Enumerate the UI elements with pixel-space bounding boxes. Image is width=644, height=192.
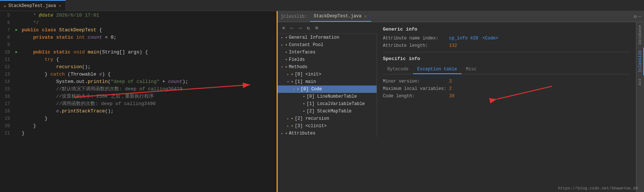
- tree-label-methods: Methods: [289, 64, 307, 70]
- editor-panel: 5 * @date 2020/6/10 17:01 6 */ 7 ▶: [0, 11, 278, 192]
- jclasslib-panel: jclasslib: StackDeepTest.java ✕ ⚙ — ✕ ← …: [278, 11, 644, 192]
- line-content-19: }: [20, 115, 277, 122]
- max-local-label: Maximum local variables:: [383, 86, 449, 91]
- footer-url: https://blog.csdn.net/ShawnYue_08: [558, 186, 638, 191]
- tree-constant[interactable]: ▸ ▪ Constant Pool: [278, 41, 377, 49]
- jclasslib-content: ✕ ← → ↻ ⊙ ▸ ▪ General Information: [278, 22, 644, 192]
- forward-btn[interactable]: →: [297, 24, 303, 32]
- file-icon-interfaces: ▪: [285, 50, 288, 55]
- line-content-12: recursion();: [20, 63, 277, 71]
- folder-icon-general: ▪: [285, 35, 288, 40]
- code-line-18: 18 e.printStackTrace();: [0, 108, 277, 115]
- code-line-20: 20 }: [0, 122, 277, 130]
- sidebar-tab-database[interactable]: Database: [636, 22, 644, 48]
- code-line-8: 8 private static int count = 0;: [0, 34, 277, 41]
- main-content: 5 * @date 2020/6/10 17:01 6 */ 7 ▶: [0, 11, 644, 192]
- tree-arrow-recursion: ▸: [285, 116, 291, 121]
- line-content-11: try {: [20, 56, 277, 63]
- tree-clinit[interactable]: ▸ ▪ [3] <clinit>: [278, 122, 377, 130]
- line-num-13: 13: [0, 71, 13, 78]
- tree-recursion[interactable]: ▸ ▪ [2] recursion: [278, 115, 377, 122]
- java-file-icon: ☕: [4, 3, 6, 8]
- gutter-7[interactable]: ▶: [13, 27, 20, 34]
- code-line-10: 10 ▶ public static void main(String[] ar…: [0, 49, 277, 56]
- settings-icons: ⚙ —: [634, 14, 641, 20]
- attribute-name-label: Attribute name index:: [383, 36, 449, 41]
- attribute-length-label: Attribute length:: [383, 43, 449, 48]
- tree-attributes[interactable]: ▸ ▪ Attributes: [278, 130, 377, 137]
- close-btn[interactable]: ✕: [281, 24, 287, 32]
- max-local-row: Maximum local variables: 2: [383, 86, 630, 91]
- generic-info-title: Generic info: [383, 27, 630, 32]
- tab-exception-table[interactable]: Exception table: [413, 65, 462, 74]
- tree-methods[interactable]: ▾ ▪ Methods: [278, 63, 377, 71]
- line-num-15: 15: [0, 85, 13, 93]
- tree-general[interactable]: ▸ ▪ General Information: [278, 34, 377, 41]
- line-num-12: 12: [0, 63, 13, 71]
- settings-icon[interactable]: ⚙: [634, 14, 637, 20]
- tree-code[interactable]: ▾ ▪ [0] Code: [278, 85, 377, 93]
- gutter-10[interactable]: ▶: [13, 49, 20, 56]
- line-content-10: public static void main(String[] args) {: [20, 49, 277, 56]
- line-content-6: */: [20, 19, 277, 27]
- code-length-value: 39: [449, 94, 454, 99]
- editor-tab-label: StackDeepTest.java: [8, 3, 56, 8]
- back-btn[interactable]: ←: [289, 24, 295, 32]
- sidebar-tab-jclasslib[interactable]: jclasslib: [636, 48, 644, 75]
- attribute-length-row: Attribute length: 132: [383, 43, 630, 48]
- folder-icon-code: ▪: [297, 87, 299, 91]
- code-line-21: 21 }: [0, 130, 277, 137]
- tree-stackmap[interactable]: ▸ ▪ [2] StackMapTable: [278, 108, 377, 115]
- tree-label-attributes: Attributes: [289, 131, 316, 136]
- line-content-21: }: [20, 130, 277, 137]
- code-line-7: 7 ▶ public class StackDeepTest {: [0, 27, 277, 34]
- tree-arrow-methods: ▾: [279, 65, 285, 69]
- line-content-9: [20, 41, 277, 49]
- minor-version-label: Minor version:: [383, 79, 449, 84]
- editor-tab[interactable]: ☕ StackDeepTest.java ✕: [0, 0, 66, 11]
- minimize-icon[interactable]: —: [638, 14, 641, 20]
- folder-icon-recursion: ▪: [291, 116, 293, 121]
- tree-localvar[interactable]: ▸ ▪ [1] LocalVariableTable: [278, 100, 377, 108]
- info-tab-group: Bytecode Exception table Misc: [383, 65, 630, 74]
- tree-arrow-code: ▾: [291, 87, 297, 91]
- toolbar: ✕ ← → ↻ ⊙: [278, 22, 377, 34]
- line-num-8: 8: [0, 34, 13, 41]
- globe-btn[interactable]: ⊙: [314, 24, 320, 32]
- tree-interfaces[interactable]: ▸ ▪ Interfaces: [278, 49, 377, 56]
- line-content-16: //设置栈的大小: 256k 之后，重新执行程序: [20, 93, 277, 100]
- tree-arrow-init: ▸: [285, 72, 291, 77]
- right-sidebar: Database jclasslib Ant: [636, 22, 644, 192]
- line-content-20: }: [20, 122, 277, 130]
- cp-info-link[interactable]: cp_info #20: [449, 36, 478, 41]
- line-content-13: } catch (Throwable e) {: [20, 71, 277, 78]
- sidebar-tab-ant[interactable]: Ant: [636, 75, 644, 88]
- max-local-value: 2: [449, 86, 452, 91]
- attribute-name-value: cp_info #20 <Code>: [449, 36, 498, 41]
- tree-fields[interactable]: ▸ ▪ Fields: [278, 56, 377, 63]
- tree-linenumber[interactable]: ▸ ▪ [0] LineNumberTable: [278, 93, 377, 100]
- tree-arrow-clinit: ▸: [285, 124, 291, 128]
- folder-icon-methods: ▪: [285, 65, 288, 69]
- jclasslib-right: Generic info Attribute name index: cp_in…: [377, 22, 644, 192]
- tab-misc[interactable]: Misc: [462, 65, 481, 74]
- code-line-16: 16 //设置栈的大小: 256k 之后，重新执行程序: [0, 93, 277, 100]
- file-icon-fields: ▪: [285, 57, 288, 62]
- tree-arrow-attributes: ▸: [279, 131, 285, 136]
- jclasslib-tab-close[interactable]: ✕: [364, 13, 367, 19]
- editor-tab-close[interactable]: ✕: [58, 3, 62, 9]
- tree-arrow-constant: ▸: [279, 43, 285, 47]
- jclasslib-file-tab[interactable]: StackDeepTest.java ✕: [310, 11, 371, 22]
- code-area: 5 * @date 2020/6/10 17:01 6 */ 7 ▶: [0, 11, 277, 192]
- tree-init[interactable]: ▸ ▪ [0] <init>: [278, 71, 377, 78]
- line-num-16: 16: [0, 93, 13, 100]
- line-num-20: 20: [0, 122, 13, 130]
- minor-version-value: 3: [449, 79, 452, 84]
- folder-icon-attributes: ▪: [285, 131, 288, 136]
- code-length-row: Code length: 39: [383, 94, 630, 99]
- tab-bytecode[interactable]: Bytecode: [383, 65, 413, 74]
- tree-main[interactable]: ▾ ▪ [1] main: [278, 78, 377, 85]
- refresh-btn[interactable]: ↻: [305, 24, 311, 32]
- run-icon-10: ▶: [15, 49, 18, 56]
- folder-icon-clinit: ▪: [291, 124, 293, 128]
